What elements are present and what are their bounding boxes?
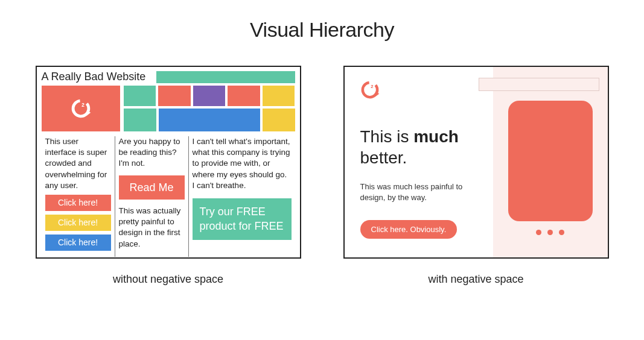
bad-col2-text-bottom: This was actually pretty painful to desi… [119,206,185,250]
good-subtext: This was much less painful to design, by… [360,181,477,203]
bad-col3-text: I can't tell what's important, what this… [193,136,292,191]
bad-col2-text-top: Are you happy to be reading this? I'm no… [119,136,185,169]
left-caption: without negative space [113,273,223,286]
swatch-yellow [263,86,295,106]
svg-text:2: 2 [81,102,84,108]
dot-icon[interactable] [536,230,541,235]
bad-example-panel: A Really Bad Website 2 [36,66,301,259]
swatch-purple [193,86,226,106]
page-title: Visual Hierarchy [0,0,644,42]
carousel-dots[interactable] [536,230,564,235]
swatch-blue [159,109,260,131]
heading-bold: much [413,127,459,146]
good-heading: This is much better. [360,126,477,168]
bad-logo-box: 2 [42,86,120,131]
g2-logo-icon: 2 [71,98,91,119]
swatch-teal [124,86,156,106]
click-here-obviously-button[interactable]: Click here. Obviously. [360,220,457,239]
read-me-button[interactable]: Read Me [119,175,185,200]
bad-col1-text: This user interface is super crowded and… [45,136,111,191]
bad-site-title: A Really Bad Website [42,71,146,83]
good-example-panel: 2 This is much better. This was much les… [343,66,609,259]
color-grid [124,86,295,131]
click-here-button[interactable]: Click here! [45,195,111,211]
g2-logo-icon: 2 [360,80,380,99]
free-product-cta[interactable]: Try our FREE product for FREE [193,198,292,240]
right-caption: with negative space [428,273,523,286]
swatch-coral [228,86,260,106]
swatch-coral [158,86,191,106]
heading-pre: This is [360,127,414,146]
dot-icon[interactable] [547,230,553,235]
click-here-button[interactable]: Click here! [45,215,111,231]
svg-point-3 [360,80,380,99]
click-here-button[interactable]: Click here! [45,235,111,251]
dot-icon[interactable] [559,230,564,235]
hero-card [508,101,593,221]
decorative-bar [156,71,295,83]
heading-post: better. [360,148,407,167]
swatch-yellow [263,109,295,131]
swatch-teal [124,109,156,131]
svg-point-0 [71,98,91,119]
search-input[interactable] [479,78,599,91]
svg-text:2: 2 [371,84,373,89]
